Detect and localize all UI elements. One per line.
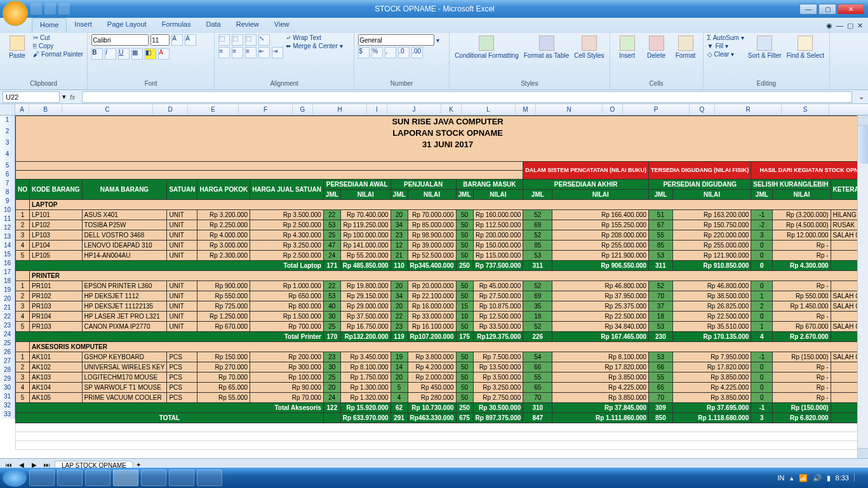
underline-button[interactable]: U [118,48,130,60]
taskbar-word-icon[interactable] [141,470,166,486]
restore-window-icon[interactable]: ▢ [847,22,853,30]
cut-button[interactable]: ✂Cut [33,34,83,41]
sort-filter-button[interactable]: Sort & Filter [747,34,783,60]
number-format-combo[interactable] [358,34,434,46]
align-middle-icon[interactable]: ⬚ [232,34,243,46]
undo-icon[interactable] [44,3,56,15]
group-label-editing: Editing [707,79,826,88]
minimize-ribbon-icon[interactable]: — [836,22,843,29]
row-headers[interactable]: 1234567891011121314151617181920212223242… [0,115,15,450]
formula-input[interactable] [82,91,852,103]
percent-format-icon[interactable]: % [371,47,383,58]
increase-decimal-icon[interactable]: .0 [398,47,410,58]
fx-icon[interactable]: fx [70,93,76,101]
clear-button[interactable]: ◇Clear ▾ [707,51,744,58]
table-icon [539,36,554,51]
tab-data[interactable]: Data [198,18,228,33]
taskbar-chrome-icon[interactable] [169,470,194,486]
select-all-corner[interactable] [0,104,15,115]
copy-button[interactable]: ⎘Copy [33,43,83,49]
group-label-alignment: Alignment [218,79,350,88]
tab-page-layout[interactable]: Page Layout [100,18,154,33]
comma-format-icon[interactable]: , [385,47,396,58]
find-select-button[interactable]: Find & Select [785,34,825,60]
column-headers[interactable]: ABCDEFGHIJKLMNOPQRS [0,104,868,115]
office-button[interactable] [3,1,28,26]
sort-icon [757,36,772,51]
tray-battery-icon[interactable]: ▮ [827,474,831,482]
tab-formulas[interactable]: Formulas [154,18,199,33]
font-size-combo[interactable] [150,34,170,46]
orientation-icon[interactable]: ⤡ [258,34,270,46]
tab-review[interactable]: Review [229,18,267,33]
fill-button[interactable]: ▼Fill ▾ [707,43,744,49]
taskbar-excel-icon[interactable] [113,470,138,486]
redo-icon[interactable] [58,3,70,15]
taskbar-explorer-icon[interactable] [29,470,55,486]
tray-flag-icon[interactable]: ▴ [790,474,794,482]
scissors-icon: ✂ [33,34,38,41]
start-button[interactable] [3,469,27,487]
close-workbook-icon[interactable]: ✕ [857,22,863,30]
taskbar-paint-icon[interactable] [85,470,110,486]
scroll-down-arrow[interactable] [858,448,868,458]
insert-cells-button[interactable]: Insert [614,34,641,60]
scroll-thumb[interactable] [858,126,868,164]
format-cells-button[interactable]: Format [672,34,699,60]
cell-styles-button[interactable]: Cell Styles [573,34,605,60]
vertical-scrollbar[interactable] [857,115,868,458]
name-box[interactable]: U22 [3,91,60,103]
wrap-text-icon: ⤶ [286,34,291,41]
font-color-button[interactable]: A [158,48,170,60]
show-desktop-button[interactable] [854,474,860,482]
language-indicator[interactable]: IN [778,474,785,482]
increase-font-icon[interactable]: A [171,34,183,46]
scroll-up-arrow[interactable] [858,115,868,126]
merge-center-button[interactable]: ⬌Merge & Center ▾ [286,43,343,49]
worksheet-grid[interactable]: SUN RISE JAVA COMPUTERLAPORAN STOCK OPNA… [15,115,868,450]
find-icon [798,36,813,51]
fill-color-button[interactable]: ◧ [145,48,156,60]
expand-formula-bar-icon[interactable]: ⌄ [858,93,864,101]
font-name-combo[interactable] [91,34,149,46]
group-label-styles: Styles [453,79,605,88]
align-center-icon[interactable]: ≡ [232,47,243,58]
namebox-dropdown-icon[interactable]: ▾ [62,93,66,101]
title-bar: STOCK OPNAME - Microsoft Excel — ▢ ✕ [0,0,868,18]
decrease-font-icon[interactable]: A [185,34,196,46]
conditional-formatting-button[interactable]: Conditional Formatting [453,34,520,60]
clock[interactable]: 8:33 [836,474,849,482]
paste-button[interactable]: Paste [4,34,30,60]
format-as-table-button[interactable]: Format as Table [523,34,571,60]
decrease-decimal-icon[interactable]: .00 [411,47,423,58]
align-right-icon[interactable]: ≡ [245,47,257,58]
help-icon[interactable]: ◉ [826,22,832,30]
tab-home[interactable]: Home [32,18,67,33]
taskbar-powerpoint-icon[interactable] [57,470,83,486]
save-icon[interactable] [30,3,42,15]
increase-indent-icon[interactable]: ⇥ [272,47,283,58]
autosum-button[interactable]: ΣAutoSum ▾ [707,34,744,41]
copy-icon: ⎘ [33,43,37,49]
italic-button[interactable]: I [105,48,116,60]
accounting-format-icon[interactable]: $ [358,47,370,58]
maximize-button[interactable]: ▢ [818,4,836,15]
border-button[interactable]: ▦ [131,48,143,60]
delete-cells-button[interactable]: Delete [643,34,670,60]
worksheet-area[interactable]: ABCDEFGHIJKLMNOPQRS 12345678910111213141… [0,104,868,458]
decrease-indent-icon[interactable]: ⇤ [258,47,270,58]
format-painter-button[interactable]: 🖌Format Painter [33,51,83,58]
tray-volume-icon[interactable]: 🔊 [813,474,822,482]
tray-network-icon[interactable]: 📶 [799,474,808,482]
minimize-button[interactable]: — [799,4,817,15]
align-left-icon[interactable]: ≡ [218,47,230,58]
tab-view[interactable]: View [267,18,297,33]
align-bottom-icon[interactable]: ⬚ [245,34,257,46]
align-top-icon[interactable]: ⬚ [218,34,230,46]
bold-button[interactable]: B [91,48,103,60]
wrap-text-button[interactable]: ⤶Wrap Text [286,34,343,41]
close-button[interactable]: ✕ [838,4,864,15]
taskbar-app-icon[interactable] [197,470,222,486]
tab-insert[interactable]: Insert [67,18,100,33]
group-label-clipboard: Clipboard [4,79,83,88]
